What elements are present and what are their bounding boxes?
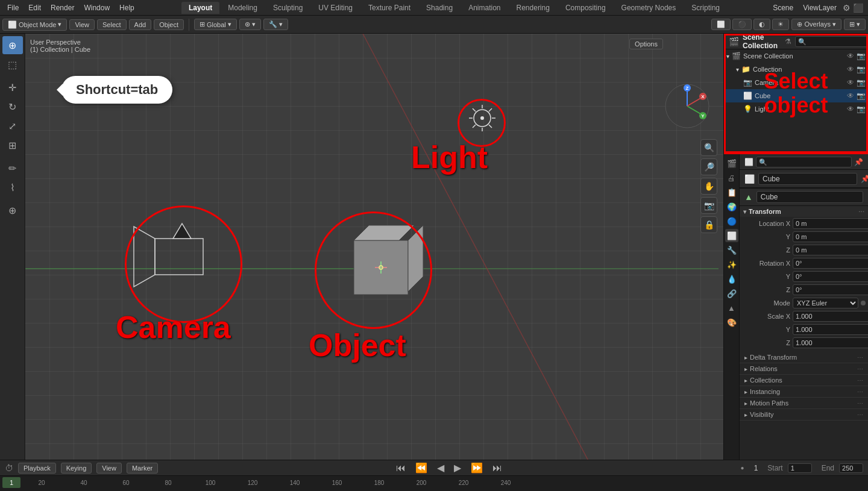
menu-file[interactable]: File [2,2,24,13]
tab-compositing[interactable]: Compositing [558,2,613,14]
render-icon[interactable]: 📷 [857,65,866,73]
visibility-options-icon[interactable]: ⋯ [857,411,863,418]
transform-section-title[interactable]: ▾ Transform ⋯ [740,206,868,217]
menu-render[interactable]: Render [46,2,79,13]
solid-btn[interactable]: ⚫ [732,19,752,30]
location-y-input[interactable] [793,231,868,242]
modifier-props-icon[interactable]: 🔧 [725,243,738,257]
instancing-section[interactable]: ▸ Instancing ⋯ [740,386,868,398]
render-icon[interactable]: 📷 [857,105,866,113]
zoom-out-btn[interactable]: 🔎 [700,158,717,175]
rendered-btn[interactable]: ☀ [772,19,789,30]
tab-sculpting[interactable]: Sculpting [266,2,310,14]
wireframe-btn[interactable]: ⬜ [711,19,731,30]
world-props-icon[interactable]: 🔵 [725,214,738,228]
play-next-btn[interactable]: ⏩ [468,462,485,474]
camera-persp-btn[interactable]: 📷 [700,197,717,214]
tab-texturepaint[interactable]: Texture Paint [361,2,418,14]
keyframe-prev-btn[interactable]: ⏮ [394,463,408,474]
relations-options-icon[interactable]: ⋯ [857,366,863,372]
tab-animation[interactable]: Animation [461,2,508,14]
visibility-icon[interactable]: 👁 [847,78,854,87]
scale-z-input[interactable] [793,337,868,348]
visibility-icon[interactable]: 👁 [847,52,854,60]
viewport-3d[interactable]: Light Camera Object Shortcut=tab User Pe… [25,34,723,460]
properties-search[interactable] [756,157,852,167]
object-name-input[interactable] [758,173,857,185]
playback-btn[interactable]: Playback [18,463,56,474]
options-button[interactable]: Options [629,39,663,49]
transform-dropdown[interactable]: ⊞ Global ▾ [194,19,237,30]
collections-section[interactable]: ▸ Collections ⋯ [740,375,868,386]
render-icon[interactable]: 📷 [857,92,866,100]
menu-window[interactable]: Window [79,2,115,13]
overlays-btn[interactable]: ⊕ Overlays ▾ [791,19,841,30]
tab-rendering[interactable]: Rendering [509,2,557,14]
tab-uvediting[interactable]: UV Editing [311,2,360,14]
view-layer-icon[interactable]: 📋 [725,186,738,199]
scene-props-icon[interactable]: 🌍 [725,200,738,213]
object-props-icon[interactable]: ⬜ [725,229,738,242]
outliner-item-scene-collection[interactable]: ▾ 🎬 Scene Collection 👁 📷 [724,49,868,63]
render-icon[interactable]: 📷 [857,52,866,60]
tab-layout[interactable]: Layout [181,2,219,14]
gizmos-btn[interactable]: ⊞ ▾ [844,19,866,30]
menu-edit[interactable]: Edit [24,2,46,13]
visibility-icon[interactable]: 👁 [847,105,854,113]
end-frame-input[interactable] [839,463,863,473]
start-frame-input[interactable] [788,463,812,473]
measure-tool-btn[interactable]: ⌇ [2,178,23,196]
scale-y-input[interactable] [793,324,868,335]
tab-scripting[interactable]: Scripting [684,2,727,14]
physics-props-icon[interactable]: 💧 [725,272,738,286]
outliner-item-collection[interactable]: ▾ 📁 Collection 👁 📷 [724,63,868,76]
axis-navigator[interactable]: Z Y X [663,82,711,130]
maximize-icon[interactable]: ⬛ [853,3,863,13]
select-box-tool-btn[interactable]: ⬚ [2,55,23,73]
object-data-name-input[interactable] [756,191,863,203]
filter-icon[interactable]: ⚗ [785,37,791,46]
select-menu[interactable]: Select [97,19,127,30]
render-props-icon[interactable]: 🎬 [725,157,738,170]
pin-active-icon[interactable]: 📌 [861,175,868,183]
object-menu[interactable]: Object [154,19,184,30]
output-props-icon[interactable]: 🖨 [725,171,738,184]
rotation-y-input[interactable] [793,271,868,282]
rotation-z-input[interactable] [793,284,868,295]
view-menu[interactable]: View [69,19,95,30]
rotation-x-input[interactable] [793,258,868,269]
engine-icon[interactable]: ⚙ [843,3,851,13]
delta-transform-section[interactable]: ▸ Delta Transform ⋯ [740,352,868,363]
location-x-input[interactable] [793,218,868,229]
zoom-in-btn[interactable]: 🔍 [700,139,717,156]
snap-dropdown[interactable]: 🔧 ▾ [263,19,288,30]
add-object-btn[interactable]: ⊕ [2,201,23,219]
keying-btn[interactable]: Keying [61,463,92,474]
data-props-icon[interactable]: ▲ [725,301,738,314]
play-prev-btn[interactable]: ⏪ [413,462,430,474]
collections-options-icon[interactable]: ⋯ [857,377,863,384]
delta-options-icon[interactable]: ⋯ [857,354,863,361]
outliner-search-input[interactable] [795,36,868,47]
outliner-item-light[interactable]: 💡 Light 👁 📷 [724,102,868,116]
view-lock-btn[interactable]: 🔒 [700,216,717,233]
visibility-icon[interactable]: 👁 [847,92,854,100]
pivot-dropdown[interactable]: ⊛ ▾ [239,19,261,30]
motion-paths-section[interactable]: ▸ Motion Paths ⋯ [740,398,868,409]
instancing-options-icon[interactable]: ⋯ [857,389,863,395]
add-menu[interactable]: Add [129,19,152,30]
tab-geometrynodes[interactable]: Geometry Nodes [614,2,684,14]
scale-tool-btn[interactable]: ⤢ [2,117,23,135]
rotation-mode-select[interactable]: XYZ Euler XZY Euler YXZ Euler Quaternion [793,298,858,308]
material-btn[interactable]: ◐ [753,19,770,30]
location-z-input[interactable] [793,245,868,255]
rotate-tool-btn[interactable]: ↻ [2,98,23,116]
visibility-icon[interactable]: 👁 [847,65,854,73]
move-tool-btn[interactable]: ✛ [2,78,23,96]
scale-x-input[interactable] [793,311,868,322]
object-mode-dropdown[interactable]: ⬜ Object Mode ▾ [2,19,67,31]
particles-props-icon[interactable]: ✨ [725,258,738,271]
material-props-icon[interactable]: 🎨 [725,316,738,329]
menu-help[interactable]: Help [115,2,139,13]
timeline-track[interactable]: 1 20 40 60 80 100 120 140 160 180 200 22… [0,476,868,491]
